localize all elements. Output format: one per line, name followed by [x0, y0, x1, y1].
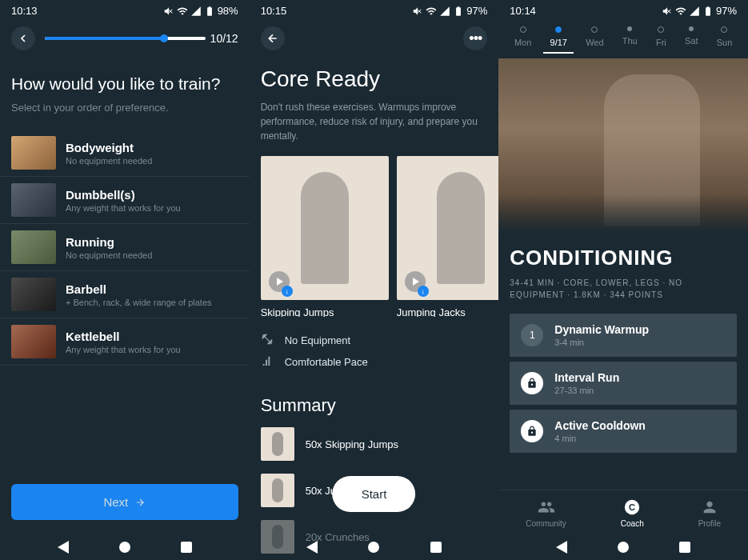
train-option-dumbbell[interactable]: Dumbbell(s) Any weight that works for yo… [0, 177, 250, 224]
tab-profile[interactable]: Profile [698, 498, 721, 528]
nav-back-icon[interactable] [58, 541, 69, 554]
clock: 10:15 [261, 5, 287, 17]
nav-home-icon[interactable] [618, 542, 629, 553]
svg-text:C: C [629, 502, 635, 512]
summary-item[interactable]: 50x Skipping Jumps [250, 421, 499, 467]
download-icon[interactable]: ↓ [282, 286, 293, 297]
nav-recents-icon[interactable] [181, 542, 192, 553]
train-desc: No equipment needed [66, 156, 238, 166]
day-mon[interactable]: Mon [514, 26, 531, 47]
android-nav-bar [0, 531, 250, 560]
mute-icon [662, 6, 673, 17]
screen-train-preference: 10:13 98% 10/12 How would you like [0, 0, 250, 560]
week-selector: Mon 9/17 Wed Thu Fri Sat Sun [498, 18, 748, 50]
equipment-icon [261, 333, 274, 348]
day-label: Thu [622, 36, 638, 46]
day-label: Sun [717, 38, 733, 47]
signal-icon [689, 6, 700, 17]
exercise-thumbnail: ↓ [397, 156, 499, 300]
segment-number-badge: 1 [521, 324, 543, 346]
wifi-icon [177, 6, 188, 17]
train-desc: Any weight that works for you [66, 203, 238, 213]
summary-text: 50x Skipping Jumps [306, 438, 398, 450]
exercise-card-skipping-jumps[interactable]: ↓ Skipping Jumps [261, 156, 389, 317]
battery-icon [702, 6, 714, 17]
day-label: Sat [685, 36, 698, 46]
lock-icon [521, 420, 543, 442]
workout-title: Core Ready [250, 58, 499, 97]
day-wed[interactable]: Wed [586, 26, 603, 47]
back-button[interactable] [11, 26, 35, 50]
download-icon[interactable]: ↓ [418, 286, 429, 297]
nav-home-icon[interactable] [119, 542, 130, 553]
exercise-label: Jumping Jacks [397, 306, 499, 317]
day-label: Mon [514, 38, 531, 47]
android-nav-bar [498, 531, 748, 560]
train-option-bodyweight[interactable]: Bodyweight No equipment needed [0, 130, 250, 177]
battery-icon [204, 6, 215, 17]
meta-equipment: No Equipment [261, 333, 488, 348]
wifi-icon [426, 6, 437, 17]
meta-pace-label: Comfortable Pace [285, 356, 368, 368]
tab-community[interactable]: Community [526, 498, 566, 528]
day-thu[interactable]: Thu [622, 26, 638, 47]
next-label: Next [103, 495, 128, 509]
nav-recents-icon[interactable] [430, 542, 442, 553]
bottom-tab-bar: Community C Coach Profile [498, 490, 748, 531]
train-option-barbell[interactable]: Barbell + Bench, rack, & wide range of p… [0, 271, 250, 318]
status-bar: 10:13 98% [0, 0, 250, 18]
workout-metadata: 34-41 MIN · CORE, LOWER, LEGS · NO EQUIP… [498, 277, 748, 314]
train-name: Running [66, 235, 238, 249]
segment-name: Interval Run [554, 371, 726, 384]
segment-cooldown[interactable]: Active Cooldown 4 min [510, 410, 737, 453]
back-button[interactable] [261, 26, 285, 50]
more-button[interactable]: ••• [463, 26, 487, 50]
nav-back-icon[interactable] [306, 541, 318, 554]
train-name: Bodyweight [66, 141, 238, 154]
train-thumb [11, 325, 56, 358]
exercise-label: Skipping Jumps [261, 306, 389, 317]
pace-icon [261, 354, 274, 370]
segment-duration: 3-4 min [554, 338, 726, 347]
day-label: Wed [586, 38, 603, 47]
train-option-running[interactable]: Running No equipment needed [0, 224, 250, 271]
day-sat[interactable]: Sat [685, 26, 698, 47]
segment-duration: 4 min [554, 434, 726, 443]
train-option-kettlebell[interactable]: Kettlebell Any weight that works for you [0, 318, 250, 366]
start-button[interactable]: Start [333, 476, 416, 512]
mute-icon [412, 6, 423, 17]
next-button[interactable]: Next [11, 484, 238, 520]
start-label: Start [362, 487, 387, 501]
exercise-card-jumping-jacks[interactable]: ↓ Jumping Jacks [397, 156, 499, 317]
segment-warmup[interactable]: 1 Dynamic Warmup 3-4 min [510, 314, 737, 357]
nav-back-icon[interactable] [556, 541, 567, 554]
segment-interval-run[interactable]: Interval Run 27-33 min [510, 362, 737, 405]
community-icon [538, 498, 555, 516]
summary-heading: Summary [250, 381, 499, 421]
signal-icon [190, 6, 202, 17]
nav-home-icon[interactable] [368, 542, 379, 553]
day-selected[interactable]: 9/17 [550, 26, 567, 47]
wifi-icon [675, 6, 686, 17]
train-name: Kettlebell [66, 330, 238, 343]
exercise-thumbnail: ↓ [261, 156, 389, 300]
train-thumb [11, 230, 56, 264]
train-thumb [11, 136, 56, 170]
progress-label: 10/12 [210, 32, 238, 45]
workout-description: Don't rush these exercises. Warmups impr… [250, 97, 499, 156]
nav-recents-icon[interactable] [679, 542, 690, 553]
battery-percent: 97% [466, 5, 487, 17]
signal-icon [439, 6, 450, 17]
segment-duration: 27-33 min [554, 386, 726, 395]
tab-label: Community [526, 519, 566, 528]
summary-text: 50x Ju [306, 485, 336, 497]
train-name: Barbell [66, 282, 238, 296]
android-nav-bar [250, 531, 499, 560]
coach-icon: C [623, 498, 641, 516]
day-fri[interactable]: Fri [656, 26, 666, 47]
day-sun[interactable]: Sun [717, 26, 733, 47]
meta-equipment-label: No Equipment [285, 334, 350, 346]
tab-coach[interactable]: C Coach [621, 498, 644, 528]
meta-pace: Comfortable Pace [261, 354, 488, 370]
train-name: Dumbbell(s) [66, 188, 238, 202]
